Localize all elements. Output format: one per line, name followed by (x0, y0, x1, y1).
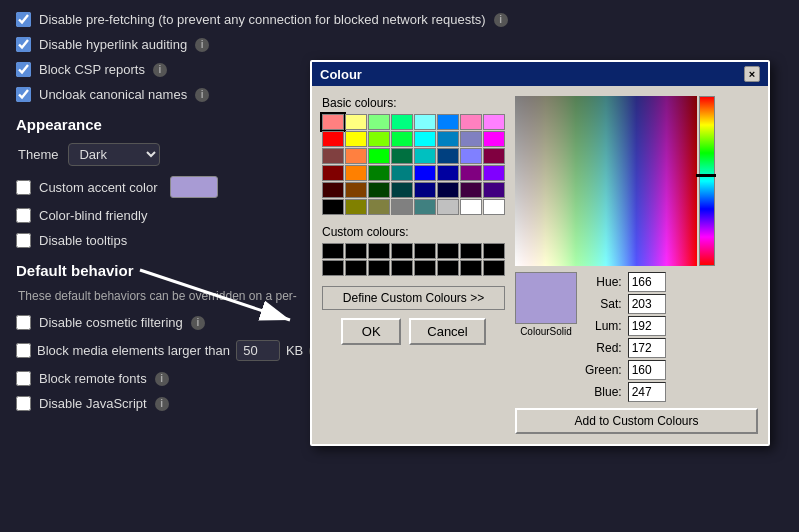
cancel-button[interactable]: Cancel (409, 318, 485, 345)
custom-color-cell[interactable] (483, 243, 505, 259)
color-picker-dialog: Colour × Basic colours: Custom colours: … (310, 60, 770, 446)
basic-color-cell[interactable] (322, 114, 344, 130)
basic-color-cell[interactable] (391, 199, 413, 215)
basic-color-cell[interactable] (345, 182, 367, 198)
basic-color-cell[interactable] (322, 165, 344, 181)
red-label: Red: (585, 338, 622, 358)
custom-color-cell[interactable] (437, 260, 459, 276)
disable-prefetch-label: Disable pre-fetching (to prevent any con… (39, 12, 486, 27)
basic-color-cell[interactable] (322, 199, 344, 215)
custom-color-cell[interactable] (460, 260, 482, 276)
basic-color-cell[interactable] (368, 182, 390, 198)
basic-color-cell[interactable] (414, 199, 436, 215)
basic-color-cell[interactable] (345, 114, 367, 130)
blue-input[interactable] (628, 382, 666, 402)
basic-color-cell[interactable] (414, 114, 436, 130)
custom-color-cell[interactable] (345, 260, 367, 276)
color-spectrum[interactable] (515, 96, 697, 266)
color-blind-checkbox[interactable] (16, 208, 31, 223)
basic-color-cell[interactable] (368, 114, 390, 130)
basic-color-cell[interactable] (483, 148, 505, 164)
basic-color-cell[interactable] (322, 148, 344, 164)
custom-color-cell[interactable] (483, 260, 505, 276)
basic-color-cell[interactable] (414, 165, 436, 181)
basic-color-cell[interactable] (437, 131, 459, 147)
custom-color-cell[interactable] (322, 260, 344, 276)
disable-tooltips-label: Disable tooltips (39, 233, 127, 248)
basic-color-cell[interactable] (460, 148, 482, 164)
basic-color-cell[interactable] (437, 182, 459, 198)
basic-color-cell[interactable] (437, 148, 459, 164)
disable-hyperlink-checkbox[interactable] (16, 37, 31, 52)
basic-color-cell[interactable] (460, 165, 482, 181)
custom-color-cell[interactable] (368, 243, 390, 259)
basic-color-cell[interactable] (437, 165, 459, 181)
accent-color-swatch[interactable] (170, 176, 218, 198)
theme-select[interactable]: Dark Light System (68, 143, 160, 166)
custom-color-cell[interactable] (391, 243, 413, 259)
block-csp-checkbox[interactable] (16, 62, 31, 77)
define-custom-colors-button[interactable]: Define Custom Colours >> (322, 286, 505, 310)
basic-color-cell[interactable] (391, 182, 413, 198)
disable-tooltips-checkbox[interactable] (16, 233, 31, 248)
ok-button[interactable]: OK (341, 318, 401, 345)
basic-color-cell[interactable] (460, 182, 482, 198)
basic-color-cell[interactable] (368, 148, 390, 164)
basic-color-cell[interactable] (345, 199, 367, 215)
dialog-close-button[interactable]: × (744, 66, 760, 82)
basic-color-cell[interactable] (345, 131, 367, 147)
basic-color-cell[interactable] (483, 114, 505, 130)
custom-color-cell[interactable] (414, 260, 436, 276)
basic-color-cell[interactable] (414, 182, 436, 198)
add-to-custom-colors-button[interactable]: Add to Custom Colours (515, 408, 758, 434)
block-media-size-input[interactable] (236, 340, 280, 361)
basic-color-cell[interactable] (414, 131, 436, 147)
basic-color-cell[interactable] (391, 165, 413, 181)
hue-input[interactable] (628, 272, 666, 292)
basic-color-cell[interactable] (460, 199, 482, 215)
basic-color-cell[interactable] (483, 131, 505, 147)
basic-color-cell[interactable] (483, 182, 505, 198)
basic-color-cell[interactable] (368, 131, 390, 147)
custom-color-cell[interactable] (345, 243, 367, 259)
basic-color-cell[interactable] (414, 148, 436, 164)
blue-label: Blue: (585, 382, 622, 402)
block-media-checkbox[interactable] (16, 343, 31, 358)
disable-prefetch-row: Disable pre-fetching (to prevent any con… (16, 12, 783, 27)
dialog-titlebar: Colour × (312, 62, 768, 86)
sat-input[interactable] (628, 294, 666, 314)
basic-color-cell[interactable] (483, 199, 505, 215)
basic-color-cell[interactable] (368, 199, 390, 215)
basic-color-cell[interactable] (322, 131, 344, 147)
uncloak-canonical-checkbox[interactable] (16, 87, 31, 102)
hue-slider[interactable] (699, 96, 715, 266)
custom-color-cell[interactable] (391, 260, 413, 276)
basic-color-cell[interactable] (437, 199, 459, 215)
disable-prefetch-checkbox[interactable] (16, 12, 31, 27)
custom-color-cell[interactable] (368, 260, 390, 276)
disable-cosmetic-checkbox[interactable] (16, 315, 31, 330)
basic-color-cell[interactable] (391, 114, 413, 130)
block-remote-fonts-checkbox[interactable] (16, 371, 31, 386)
basic-color-cell[interactable] (460, 131, 482, 147)
basic-color-cell[interactable] (391, 148, 413, 164)
basic-color-cell[interactable] (368, 165, 390, 181)
custom-accent-checkbox[interactable] (16, 180, 31, 195)
sat-label: Sat: (585, 294, 622, 314)
red-input[interactable] (628, 338, 666, 358)
basic-color-cell[interactable] (345, 165, 367, 181)
custom-color-cell[interactable] (460, 243, 482, 259)
basic-color-cell[interactable] (391, 131, 413, 147)
custom-color-cell[interactable] (414, 243, 436, 259)
custom-color-cell[interactable] (322, 243, 344, 259)
custom-color-cell[interactable] (437, 243, 459, 259)
disable-cosmetic-label: Disable cosmetic filtering (39, 315, 183, 330)
basic-color-cell[interactable] (460, 114, 482, 130)
disable-js-checkbox[interactable] (16, 396, 31, 411)
basic-color-cell[interactable] (437, 114, 459, 130)
basic-color-cell[interactable] (483, 165, 505, 181)
basic-color-cell[interactable] (345, 148, 367, 164)
green-input[interactable] (628, 360, 666, 380)
basic-color-cell[interactable] (322, 182, 344, 198)
lum-input[interactable] (628, 316, 666, 336)
